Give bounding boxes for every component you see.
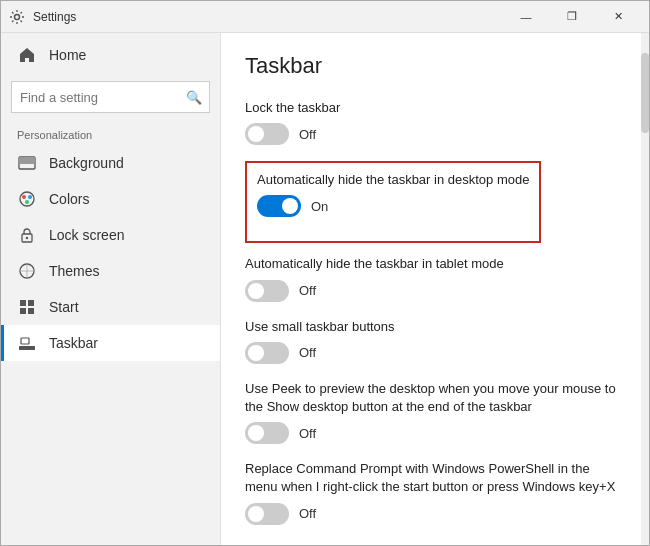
small-buttons-state: Off bbox=[299, 345, 316, 360]
scrollbar-track[interactable] bbox=[641, 33, 649, 545]
setting-auto-hide-tablet: Automatically hide the taskbar in tablet… bbox=[245, 255, 625, 301]
svg-point-6 bbox=[25, 200, 29, 204]
close-button[interactable]: ✕ bbox=[595, 1, 641, 33]
svg-rect-11 bbox=[28, 300, 34, 306]
auto-hide-desktop-toggle-row: On bbox=[257, 195, 529, 217]
setting-small-buttons: Use small taskbar buttons Off bbox=[245, 318, 625, 364]
auto-hide-desktop-state: On bbox=[311, 199, 328, 214]
sidebar-item-taskbar[interactable]: Taskbar bbox=[1, 325, 220, 361]
auto-hide-desktop-toggle[interactable] bbox=[257, 195, 301, 217]
setting-auto-hide-desktop: Automatically hide the taskbar in deskto… bbox=[257, 171, 529, 217]
auto-hide-tablet-label: Automatically hide the taskbar in tablet… bbox=[245, 255, 625, 273]
lock-screen-icon bbox=[17, 225, 37, 245]
svg-rect-2 bbox=[19, 157, 35, 164]
svg-rect-14 bbox=[19, 346, 35, 350]
powershell-toggle[interactable] bbox=[245, 503, 289, 525]
maximize-button[interactable]: ❐ bbox=[549, 1, 595, 33]
peek-knob bbox=[248, 425, 264, 441]
powershell-toggle-row: Off bbox=[245, 503, 625, 525]
powershell-state: Off bbox=[299, 506, 316, 521]
home-icon bbox=[17, 45, 37, 65]
taskbar-icon bbox=[17, 333, 37, 353]
auto-hide-tablet-knob bbox=[248, 283, 264, 299]
lock-taskbar-toggle[interactable] bbox=[245, 123, 289, 145]
highlight-auto-hide-desktop: Automatically hide the taskbar in deskto… bbox=[245, 161, 541, 243]
background-label: Background bbox=[49, 155, 124, 171]
svg-point-8 bbox=[26, 237, 28, 239]
small-buttons-knob bbox=[248, 345, 264, 361]
small-buttons-toggle-row: Off bbox=[245, 342, 625, 364]
window-title: Settings bbox=[33, 10, 503, 24]
window-controls: — ❐ ✕ bbox=[503, 1, 641, 33]
main-content: Taskbar Lock the taskbar Off Automatical… bbox=[221, 33, 649, 545]
settings-window-icon bbox=[9, 9, 25, 25]
setting-lock-taskbar: Lock the taskbar Off bbox=[245, 99, 625, 145]
sidebar-item-start[interactable]: Start bbox=[1, 289, 220, 325]
sidebar: Home 🔍 Personalization Background Co bbox=[1, 33, 221, 545]
section-label: Personalization bbox=[1, 121, 220, 145]
powershell-knob bbox=[248, 506, 264, 522]
lock-taskbar-toggle-row: Off bbox=[245, 123, 625, 145]
auto-hide-tablet-state: Off bbox=[299, 283, 316, 298]
auto-hide-desktop-knob bbox=[282, 198, 298, 214]
lock-taskbar-label: Lock the taskbar bbox=[245, 99, 625, 117]
auto-hide-tablet-toggle-row: Off bbox=[245, 280, 625, 302]
auto-hide-tablet-toggle[interactable] bbox=[245, 280, 289, 302]
sidebar-item-lock-screen[interactable]: Lock screen bbox=[1, 217, 220, 253]
themes-label: Themes bbox=[49, 263, 100, 279]
svg-rect-15 bbox=[21, 338, 29, 344]
setting-badges: Show badges on taskbar buttons On bbox=[245, 541, 625, 546]
start-label: Start bbox=[49, 299, 79, 315]
peek-toggle-row: Off bbox=[245, 422, 625, 444]
small-buttons-label: Use small taskbar buttons bbox=[245, 318, 625, 336]
themes-icon bbox=[17, 261, 37, 281]
peek-label: Use Peek to preview the desktop when you… bbox=[245, 380, 625, 416]
auto-hide-desktop-label: Automatically hide the taskbar in deskto… bbox=[257, 171, 529, 189]
svg-point-5 bbox=[28, 195, 32, 199]
sidebar-item-background[interactable]: Background bbox=[1, 145, 220, 181]
home-label: Home bbox=[49, 47, 86, 63]
colors-icon bbox=[17, 189, 37, 209]
colors-label: Colors bbox=[49, 191, 89, 207]
window-content: Home 🔍 Personalization Background Co bbox=[1, 33, 649, 545]
sidebar-item-home[interactable]: Home bbox=[1, 33, 220, 77]
search-icon: 🔍 bbox=[186, 90, 202, 105]
sidebar-item-themes[interactable]: Themes bbox=[1, 253, 220, 289]
powershell-label: Replace Command Prompt with Windows Powe… bbox=[245, 460, 625, 496]
main-wrapper: Taskbar Lock the taskbar Off Automatical… bbox=[221, 33, 649, 545]
svg-point-4 bbox=[22, 195, 26, 199]
setting-peek: Use Peek to preview the desktop when you… bbox=[245, 380, 625, 444]
svg-rect-13 bbox=[28, 308, 34, 314]
search-input[interactable] bbox=[11, 81, 210, 113]
start-icon bbox=[17, 297, 37, 317]
sidebar-item-colors[interactable]: Colors bbox=[1, 181, 220, 217]
badges-label: Show badges on taskbar buttons bbox=[245, 541, 625, 546]
peek-toggle[interactable] bbox=[245, 422, 289, 444]
search-box: 🔍 bbox=[11, 81, 210, 113]
lock-taskbar-state: Off bbox=[299, 127, 316, 142]
taskbar-label: Taskbar bbox=[49, 335, 98, 351]
svg-rect-12 bbox=[20, 308, 26, 314]
setting-powershell: Replace Command Prompt with Windows Powe… bbox=[245, 460, 625, 524]
scrollbar-thumb[interactable] bbox=[641, 53, 649, 133]
titlebar: Settings — ❐ ✕ bbox=[1, 1, 649, 33]
small-buttons-toggle[interactable] bbox=[245, 342, 289, 364]
minimize-button[interactable]: — bbox=[503, 1, 549, 33]
settings-window: Settings — ❐ ✕ Home 🔍 bbox=[0, 0, 650, 546]
background-icon bbox=[17, 153, 37, 173]
svg-rect-10 bbox=[20, 300, 26, 306]
lock-taskbar-knob bbox=[248, 126, 264, 142]
page-title: Taskbar bbox=[245, 53, 625, 79]
peek-state: Off bbox=[299, 426, 316, 441]
lock-screen-label: Lock screen bbox=[49, 227, 124, 243]
svg-point-0 bbox=[15, 14, 20, 19]
